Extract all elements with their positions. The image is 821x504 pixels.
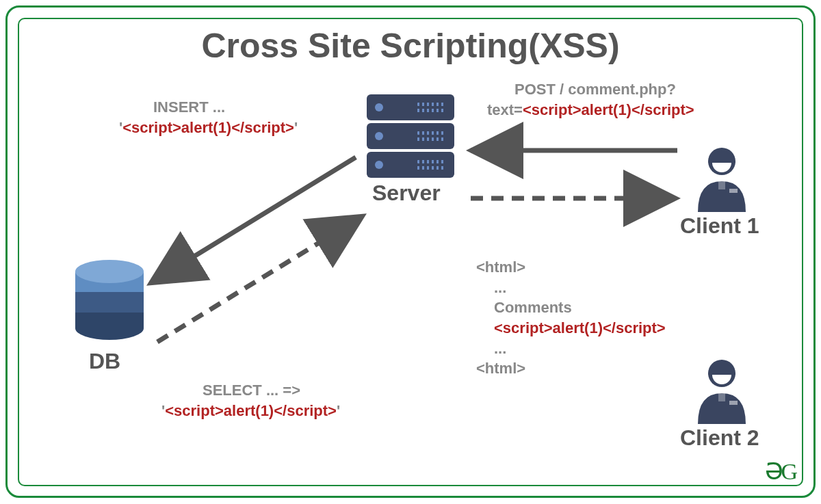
svg-rect-6: [718, 393, 725, 401]
client2-label: Client 2: [680, 425, 759, 451]
insert-payload: <script>alert(1)</script>: [122, 119, 294, 136]
post-payload: <script>alert(1)</script>: [523, 101, 694, 118]
select-payload: <script>alert(1)</script>: [165, 402, 337, 419]
html-response-label: <html> ... Comments <script>alert(1)</sc…: [476, 257, 764, 379]
select-label: SELECT ... => '<script>alert(1)</script>…: [203, 380, 449, 421]
select-line1: SELECT ... =>: [203, 382, 300, 399]
post-label: POST / comment.php? text=<script>alert(1…: [514, 79, 802, 120]
diagram-title: Cross Site Scripting(XSS): [0, 26, 821, 66]
db-label: DB: [89, 349, 120, 374]
html-dots1: ...: [494, 279, 506, 296]
insert-label: INSERT ... '<script>alert(1)</script>': [119, 97, 352, 137]
html-payload: <script>alert(1)</script>: [494, 319, 666, 336]
post-prefix: text=: [487, 101, 523, 118]
client1-icon: [691, 144, 753, 212]
select-quote-close: ': [337, 402, 340, 419]
html-dots2: ...: [494, 340, 506, 357]
svg-rect-3: [729, 189, 738, 193]
insert-text: INSERT ...: [153, 98, 225, 116]
server-label: Server: [372, 181, 441, 206]
db-icon: [75, 260, 144, 342]
insert-quote-close: ': [294, 119, 298, 136]
server-icon: [367, 94, 456, 181]
html-close: <html>: [476, 360, 525, 377]
logo: ƏG: [765, 457, 795, 485]
svg-rect-2: [718, 181, 725, 189]
html-comments: Comments: [494, 299, 572, 316]
post-line1: POST / comment.php?: [514, 81, 676, 98]
client1-label: Client 1: [680, 213, 759, 239]
html-open: <html>: [476, 258, 525, 276]
svg-rect-7: [729, 401, 738, 405]
